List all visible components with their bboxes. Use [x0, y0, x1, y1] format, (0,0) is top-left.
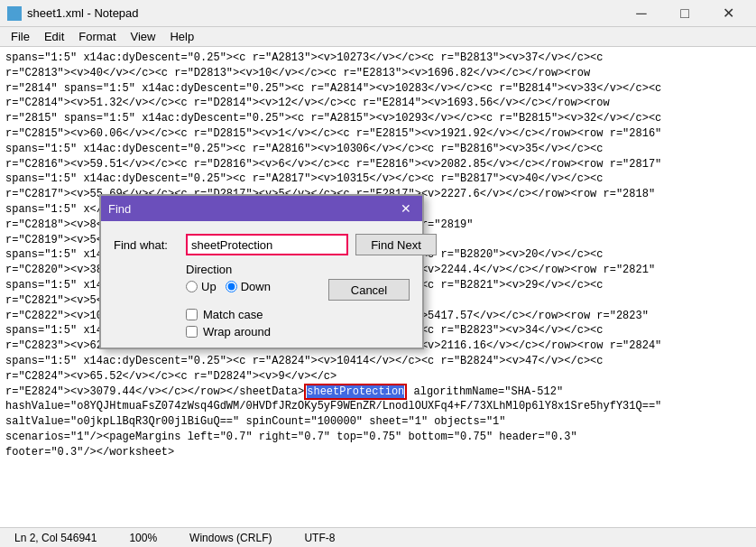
direction-down-radio[interactable]	[226, 281, 237, 292]
line-26: scenarios="1"/><pageMargins left="0.7" r…	[5, 430, 751, 445]
cursor-position: Ln 2, Col 546941	[7, 532, 104, 544]
menu-edit[interactable]: Edit	[37, 28, 71, 45]
maximize-button[interactable]: □	[664, 0, 705, 27]
direction-label: Direction	[186, 263, 321, 276]
find-dialog[interactable]: Find ✕ Find what: Find Next Direction Up	[99, 194, 424, 349]
direction-up-option[interactable]: Up	[186, 280, 217, 293]
menu-file[interactable]: File	[4, 28, 37, 45]
close-button[interactable]: ✕	[707, 0, 749, 27]
menu-bar: File Edit Format View Help	[0, 27, 756, 47]
title-bar: sheet1.xml - Notepad ─ □ ✕	[0, 0, 756, 27]
checkbox-group: Match case Wrap around	[186, 308, 410, 338]
highlighted-match: sheetProtection	[307, 385, 404, 398]
minimize-button[interactable]: ─	[621, 0, 662, 27]
cancel-button[interactable]: Cancel	[328, 279, 410, 301]
direction-up-radio[interactable]	[186, 281, 198, 292]
line-8: r="C2816"><v>59.51</v></c><c r="D2816"><…	[5, 157, 751, 172]
line-25: saltValue="o0jkpLlBqR3Qr00jlBiGuQ==" spi…	[5, 414, 751, 430]
menu-format[interactable]: Format	[71, 28, 123, 45]
line-27: footer="0.3"/></worksheet>	[5, 445, 751, 460]
line-1: spans="1:5" x14ac:dyDescent="0.25"><c r=…	[5, 51, 751, 66]
dialog-close-button[interactable]: ✕	[397, 199, 415, 218]
line-4: r="C2814"><v>51.32</v></c><c r="D2814"><…	[5, 96, 751, 111]
line-21: spans="1:5" x14ac:dyDescent="0.25"><c r=…	[5, 354, 751, 369]
line-3: r="2814" spans="1:5" x14ac:dyDescent="0.…	[5, 81, 751, 97]
line-ending: Windows (CRLF)	[182, 532, 279, 544]
find-next-button[interactable]: Find Next	[355, 234, 437, 255]
window-controls: ─ □ ✕	[621, 0, 749, 27]
line-7: spans="1:5" x14ac:dyDescent="0.25"><c r=…	[5, 142, 751, 157]
direction-group: Direction Up Down	[186, 263, 321, 293]
dialog-title: Find	[108, 202, 131, 216]
wrap-around-checkbox[interactable]	[186, 326, 198, 338]
wrap-around-label: Wrap around	[203, 325, 271, 338]
match-case-option[interactable]: Match case	[186, 308, 410, 321]
line-22: r="C2824"><v>65.52</v></c><c r="D2824"><…	[5, 369, 751, 385]
menu-help[interactable]: Help	[162, 28, 201, 45]
direction-cancel-row: Direction Up Down Cancel	[114, 263, 410, 301]
window-title: sheet1.xml - Notepad	[27, 6, 621, 20]
line-2: r="C2813"><v>40</v></c><c r="D2813"><v>1…	[5, 66, 751, 81]
direction-options: Up Down	[186, 280, 321, 293]
direction-up-label: Up	[201, 280, 217, 293]
match-case-checkbox[interactable]	[186, 309, 198, 320]
dialog-title-bar: Find ✕	[101, 196, 422, 221]
line-9: spans="1:5" x14ac:dyDescent="0.25"><c r=…	[5, 172, 751, 187]
direction-down-option[interactable]: Down	[226, 280, 271, 293]
find-what-label: Find what:	[114, 238, 186, 252]
match-case-label: Match case	[203, 308, 263, 321]
encoding: UTF-8	[297, 532, 342, 544]
find-what-input[interactable]	[186, 234, 348, 255]
line-23: r="E2824"><v>3079.44</v></c></row></shee…	[5, 385, 751, 400]
find-what-row: Find what: Find Next	[114, 234, 410, 255]
app-icon	[7, 6, 22, 21]
line-24: hashValue="o8YQJHtmuaFsZ074zWsq4GdWM/0HV…	[5, 399, 751, 414]
status-bar: Ln 2, Col 546941 100% Windows (CRLF) UTF…	[0, 527, 756, 547]
direction-down-label: Down	[241, 280, 271, 293]
zoom-level: 100%	[122, 532, 164, 544]
wrap-around-option[interactable]: Wrap around	[186, 325, 410, 338]
dialog-body: Find what: Find Next Direction Up	[101, 221, 422, 348]
line-5: r="2815" spans="1:5" x14ac:dyDescent="0.…	[5, 111, 751, 126]
line-6: r="C2815"><v>60.06</v></c><c r="D2815"><…	[5, 126, 751, 142]
menu-view[interactable]: View	[124, 28, 163, 45]
